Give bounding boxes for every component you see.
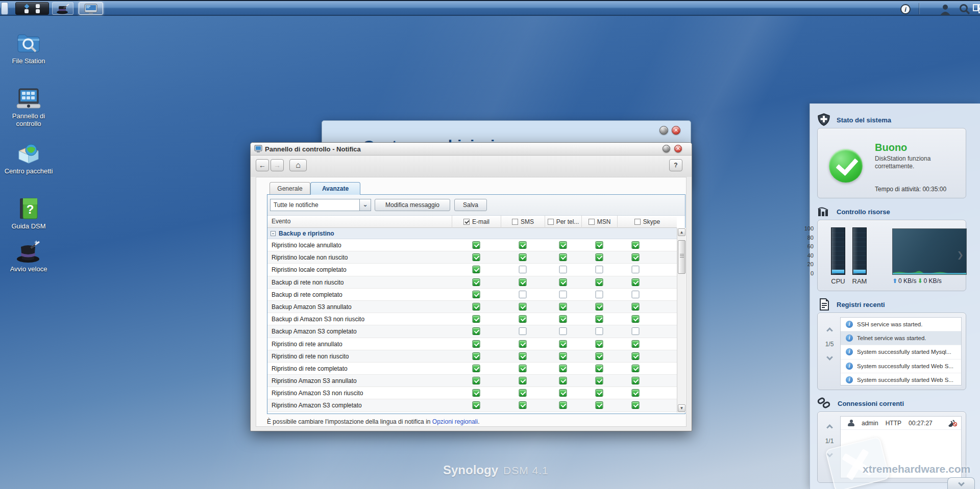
taskbar-quick-start-button[interactable] [52, 2, 74, 15]
notification-checkbox[interactable] [596, 266, 603, 273]
notification-checkbox[interactable] [596, 377, 603, 384]
notification-checkbox[interactable] [559, 340, 567, 348]
collapse-widget-panel-button[interactable] [947, 477, 975, 489]
notification-checkbox[interactable] [559, 241, 567, 249]
desktop-icon-package-center[interactable]: Centro pacchetti [0, 142, 57, 175]
notification-checkbox[interactable] [473, 241, 480, 249]
notification-checkbox[interactable] [596, 315, 603, 323]
notification-checkbox[interactable] [519, 327, 527, 335]
desktop-icon-dsm-help[interactable]: ? Guida DSM [0, 197, 57, 230]
log-entry[interactable]: iTelnet service was started. [841, 331, 961, 345]
close-button[interactable]: ✕ [674, 145, 682, 152]
table-row[interactable]: Backup di rete non riuscito [267, 276, 677, 289]
desktop-icon-file-station[interactable]: File Station [0, 32, 57, 65]
table-row[interactable]: Ripristino di rete non riuscito [267, 350, 677, 363]
notification-checkbox[interactable] [596, 389, 603, 397]
scroll-down-icon[interactable]: ▼ [678, 404, 685, 412]
column-toggle-checkbox[interactable] [589, 219, 595, 225]
table-row[interactable]: Backup Amazon S3 completato [267, 325, 677, 338]
search-icon[interactable] [959, 3, 971, 15]
table-row[interactable]: Ripristino Amazon S3 completato [267, 399, 677, 411]
notification-checkbox[interactable] [559, 365, 567, 372]
notification-checkbox[interactable] [473, 365, 480, 372]
desktop-icon-quick-start[interactable]: Avvio veloce [0, 240, 57, 273]
notification-checkbox[interactable] [632, 315, 640, 323]
column-toggle-checkbox[interactable] [463, 219, 470, 225]
notification-checkbox[interactable] [519, 291, 527, 298]
tab-generale[interactable]: Generale [270, 182, 310, 195]
log-entry[interactable]: iSSH service was started. [841, 318, 961, 331]
notification-checkbox[interactable] [519, 340, 527, 348]
close-button[interactable]: ✕ [672, 126, 680, 135]
notification-checkbox[interactable] [559, 327, 567, 335]
notification-checkbox[interactable] [632, 278, 640, 286]
disconnect-icon[interactable] [948, 420, 957, 427]
dialog-titlebar[interactable]: Pannello di controllo - Notifica ✕ [251, 143, 692, 156]
notification-checkbox[interactable] [519, 377, 527, 384]
notification-checkbox[interactable] [632, 365, 640, 372]
notification-checkbox[interactable] [632, 327, 640, 335]
pilot-view-icon[interactable] [973, 3, 980, 15]
save-button[interactable]: Salva [454, 199, 487, 211]
page-down-icon[interactable] [826, 354, 833, 361]
notification-checkbox[interactable] [559, 291, 567, 298]
tab-avanzate[interactable]: Avanzate [310, 182, 360, 195]
desktop-icon-control-panel[interactable]: Pannello di controllo [0, 87, 57, 127]
notification-checkbox[interactable] [632, 303, 640, 311]
notification-checkbox[interactable] [559, 278, 567, 286]
notification-checkbox[interactable] [596, 352, 603, 360]
notification-checkbox[interactable] [632, 291, 640, 298]
table-row[interactable]: Ripristino locale non riuscito [267, 251, 677, 264]
column-toggle-checkbox[interactable] [512, 219, 518, 225]
column-toggle-checkbox[interactable] [548, 219, 554, 225]
column-header-sms[interactable]: SMS [501, 216, 545, 228]
back-button[interactable]: ← [256, 159, 269, 171]
table-row[interactable]: Ripristino Amazon S3 non riuscito [267, 387, 677, 399]
table-row[interactable]: Ripristino di rete completato [267, 363, 677, 375]
notification-checkbox[interactable] [473, 253, 480, 261]
table-row[interactable]: Ripristino locale annullato [267, 239, 677, 251]
column-toggle-checkbox[interactable] [634, 219, 641, 225]
notification-checkbox[interactable] [473, 303, 480, 311]
page-up-icon[interactable] [826, 424, 833, 431]
notification-checkbox[interactable] [596, 401, 603, 409]
notification-checkbox[interactable] [473, 340, 480, 348]
resource-monitor-box[interactable]: CPU RAM 100806040200 ⬆0 KB/s ⬇0 KB/s ❯ [817, 220, 966, 291]
edit-message-button[interactable]: Modifica messaggio [375, 199, 450, 211]
notification-checkbox[interactable] [632, 401, 640, 409]
forward-button[interactable]: → [271, 159, 284, 171]
notification-checkbox[interactable] [632, 377, 640, 384]
column-header-pertel[interactable]: Per tel... [545, 216, 581, 228]
notification-checkbox[interactable] [559, 315, 567, 323]
notification-checkbox[interactable] [632, 253, 640, 261]
notification-checkbox[interactable] [519, 365, 527, 372]
table-row[interactable]: Backup Amazon S3 annullato [267, 301, 677, 313]
log-entry[interactable]: iSystem successfully started Web S... [841, 359, 961, 373]
notification-checkbox[interactable] [559, 303, 567, 311]
table-row[interactable]: Backup di rete completato [267, 289, 677, 301]
table-scrollbar[interactable]: ▲ ▼ [677, 228, 685, 413]
scroll-up-icon[interactable]: ▲ [678, 228, 685, 236]
notification-checkbox[interactable] [559, 377, 567, 384]
table-row[interactable]: Backup di Amazon S3 non riuscito [267, 313, 677, 325]
column-header-msn[interactable]: MSN [581, 216, 617, 228]
scrollbar-thumb[interactable] [678, 240, 685, 274]
notification-checkbox[interactable] [519, 266, 527, 273]
notification-checkbox[interactable] [596, 241, 603, 249]
log-entry[interactable]: iSystem successfully started Web S... [841, 373, 961, 387]
notification-checkbox[interactable] [473, 401, 480, 409]
notification-checkbox[interactable] [596, 291, 603, 298]
collapse-group-icon[interactable] [271, 231, 276, 236]
notification-checkbox[interactable] [559, 253, 567, 261]
info-icon[interactable]: i [899, 3, 912, 15]
notification-checkbox[interactable] [519, 303, 527, 311]
table-row[interactable]: Ripristino Amazon S3 annullato [267, 375, 677, 387]
notification-checkbox[interactable] [473, 352, 480, 360]
notification-checkbox[interactable] [632, 352, 640, 360]
column-header-email[interactable]: E-mail [452, 216, 501, 228]
notification-checkbox[interactable] [519, 352, 527, 360]
notification-checkbox[interactable] [596, 327, 603, 335]
notification-checkbox[interactable] [473, 315, 480, 323]
notification-checkbox[interactable] [519, 389, 527, 397]
log-entry[interactable]: iSystem successfully started Mysql... [841, 345, 961, 359]
